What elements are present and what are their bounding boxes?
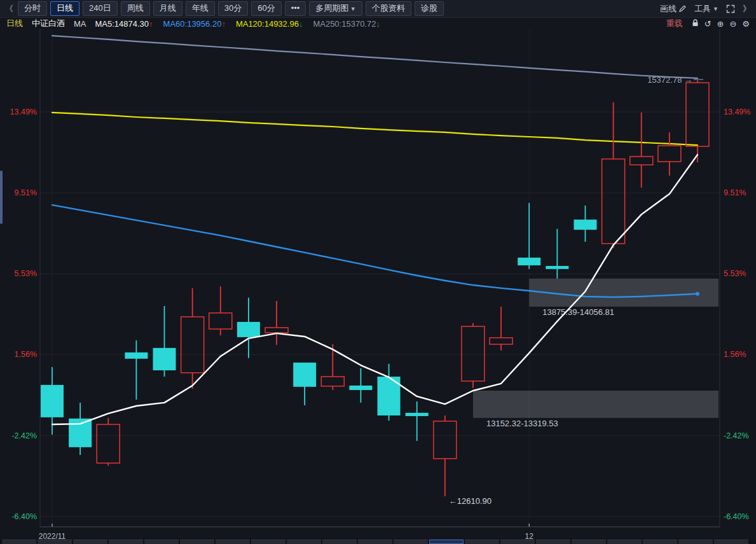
y-tick-label-left: -6.40% bbox=[11, 512, 37, 521]
chart-tool-icons: ↺ ⊕ ⊖ ⚙ bbox=[692, 19, 750, 28]
tab-分时[interactable]: 分时 bbox=[18, 1, 47, 16]
candle-body-down bbox=[574, 220, 596, 230]
high-price-annotation: 15372.78 → bbox=[647, 75, 692, 85]
chevron-down-icon: ▼ bbox=[713, 6, 718, 12]
strip-segment[interactable] bbox=[536, 540, 570, 544]
strip-segment[interactable] bbox=[643, 540, 677, 544]
tab-240日[interactable]: 240日 bbox=[83, 1, 118, 16]
low-price-annotation: ←12610.90 bbox=[449, 496, 491, 506]
range-box bbox=[529, 279, 718, 307]
expand-right-button[interactable]: 》 bbox=[743, 3, 751, 15]
ma-group-label: MA bbox=[74, 19, 86, 29]
candle-body-up bbox=[490, 338, 512, 344]
draw-line-label: 画线 bbox=[660, 3, 677, 15]
strip-segment[interactable] bbox=[678, 540, 713, 544]
candle-body-up bbox=[321, 377, 344, 386]
candle-body-up bbox=[209, 313, 232, 329]
tab-30分[interactable]: 30分 bbox=[218, 1, 248, 16]
y-tick-label-right: -2.42% bbox=[724, 431, 749, 440]
fullscreen-button[interactable] bbox=[726, 4, 735, 13]
candle-body-down bbox=[518, 258, 540, 265]
strip-segment[interactable] bbox=[358, 540, 392, 544]
collapse-panel-icon[interactable]: 《 bbox=[5, 3, 13, 15]
range-box-label: 13152.32-13319.53 bbox=[486, 419, 558, 428]
y-tick-label-right: 9.51% bbox=[724, 188, 746, 197]
ma-value: MA60:13956.20↑ bbox=[163, 19, 226, 29]
draw-line-button[interactable]: 画线 bbox=[660, 3, 687, 15]
reload-button[interactable]: 重载 bbox=[666, 18, 683, 29]
tools-menu-button[interactable]: 工具 ▼ bbox=[694, 3, 718, 15]
zoom-out-icon[interactable]: ⊖ bbox=[729, 20, 736, 28]
y-tick-label-left: -2.42% bbox=[11, 431, 37, 440]
ma-value: MA120:14932.96↓ bbox=[236, 19, 303, 29]
symbol-name[interactable]: 中证白酒 bbox=[32, 18, 65, 29]
tab-多周期图[interactable]: 多周期图 ▼ bbox=[309, 1, 362, 16]
tab-年线[interactable]: 年线 bbox=[186, 1, 215, 16]
candle-body-up bbox=[602, 159, 625, 244]
y-tick-label-left: 9.51% bbox=[15, 188, 37, 197]
candle-body-down bbox=[153, 348, 176, 370]
tab-诊股[interactable]: 诊股 bbox=[415, 1, 444, 16]
period-label: 日线 bbox=[6, 18, 23, 29]
y-tick-label-right: 5.53% bbox=[724, 269, 746, 278]
trend-arrow-icon: ↓ bbox=[376, 19, 380, 29]
candle-body-up bbox=[630, 157, 653, 165]
y-tick-label-right: 1.56% bbox=[724, 350, 746, 359]
ma-line-ma120 bbox=[52, 113, 698, 145]
strip-segment[interactable] bbox=[2, 540, 36, 544]
chart-canvas[interactable]: 2022/111213.49%13.49%9.51%9.51%5.53%5.53… bbox=[0, 0, 756, 544]
y-tick-label-right: -6.40% bbox=[724, 512, 749, 521]
undo-icon[interactable]: ↺ bbox=[704, 20, 711, 28]
strip-segment[interactable] bbox=[394, 540, 428, 544]
candle-body-up bbox=[686, 83, 709, 146]
fullscreen-icon bbox=[726, 4, 735, 13]
strip-segment[interactable] bbox=[38, 540, 72, 544]
y-tick-label-left: 5.53% bbox=[15, 269, 37, 278]
ma-line-ma250 bbox=[52, 36, 698, 78]
strip-segment[interactable] bbox=[144, 540, 179, 544]
bottom-strip bbox=[0, 540, 756, 544]
tab-•••[interactable]: ••• bbox=[285, 1, 306, 16]
candle-body-down bbox=[41, 385, 64, 417]
tab-月线[interactable]: 月线 bbox=[153, 1, 182, 16]
strip-segment[interactable] bbox=[465, 540, 499, 544]
tab-日线[interactable]: 日线 bbox=[50, 1, 79, 16]
trend-arrow-icon: ↑ bbox=[221, 19, 226, 29]
candle-body-up bbox=[658, 146, 681, 162]
strip-segment[interactable] bbox=[180, 540, 214, 544]
strip-segment[interactable] bbox=[429, 540, 464, 544]
candle-body-down bbox=[293, 363, 316, 387]
candle-body-down bbox=[125, 352, 148, 359]
strip-segment[interactable] bbox=[572, 540, 606, 544]
ma-value: MA250:15370.72↓ bbox=[313, 19, 380, 29]
strip-segment[interactable] bbox=[287, 540, 321, 544]
strip-segment[interactable] bbox=[714, 540, 748, 544]
left-scrollbar[interactable] bbox=[0, 171, 3, 224]
y-tick-label-left: 13.49% bbox=[10, 108, 37, 116]
candle-body-up bbox=[265, 328, 288, 333]
ma-line-end-dot bbox=[696, 292, 699, 296]
strip-segment[interactable] bbox=[500, 540, 535, 544]
tab-60分[interactable]: 60分 bbox=[251, 1, 281, 16]
candle-body-down bbox=[546, 266, 568, 269]
strip-segment[interactable] bbox=[109, 540, 143, 544]
gear-icon[interactable]: ⚙ bbox=[742, 20, 750, 28]
candle-body-up bbox=[181, 317, 204, 373]
y-tick-label-right: 13.49% bbox=[724, 108, 750, 116]
stock-chart-app: 2022/111213.49%13.49%9.51%9.51%5.53%5.53… bbox=[0, 0, 756, 544]
range-box bbox=[473, 391, 718, 418]
toolbar-right: 画线 工具 ▼ 》 bbox=[660, 3, 751, 15]
tab-周线[interactable]: 周线 bbox=[121, 1, 150, 16]
zoom-in-icon[interactable]: ⊕ bbox=[717, 20, 724, 28]
tab-个股资料[interactable]: 个股资料 bbox=[366, 1, 411, 16]
lock-icon[interactable] bbox=[692, 19, 699, 28]
strip-segment[interactable] bbox=[607, 540, 642, 544]
strip-segment[interactable] bbox=[322, 540, 357, 544]
candle-body-up bbox=[434, 421, 457, 459]
candle-body-down bbox=[406, 413, 429, 416]
strip-segment[interactable] bbox=[216, 540, 250, 544]
strip-segment[interactable] bbox=[251, 540, 285, 544]
ma-value: MA5:14874.30↑ bbox=[95, 19, 153, 29]
strip-segment[interactable] bbox=[73, 540, 107, 544]
trend-arrow-icon: ↑ bbox=[149, 19, 153, 29]
